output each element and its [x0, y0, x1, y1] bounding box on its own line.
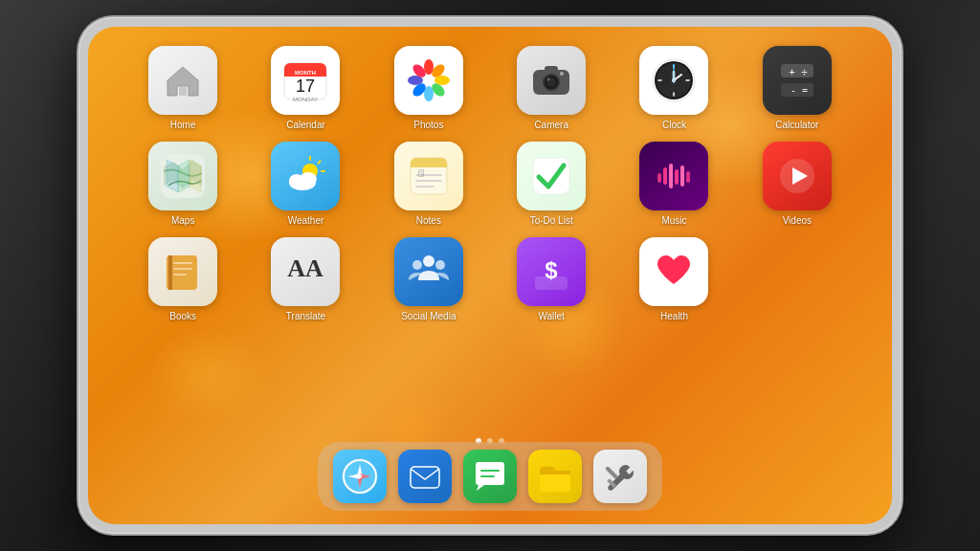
- dock: [318, 442, 662, 511]
- svg-point-73: [412, 260, 422, 270]
- svg-rect-60: [669, 164, 673, 188]
- dock-messages[interactable]: [463, 450, 517, 503]
- svg-rect-17: [545, 66, 558, 73]
- app-music[interactable]: Music: [617, 142, 730, 226]
- app-camera-label: Camera: [534, 120, 568, 130]
- svg-text:MONDAY: MONDAY: [294, 97, 319, 102]
- app-calculator[interactable]: + ÷ - = Calculator: [741, 46, 854, 130]
- app-photos-label: Photos: [413, 120, 443, 130]
- svg-rect-62: [680, 165, 684, 187]
- svg-text:MONTH: MONTH: [295, 70, 316, 76]
- svg-text:17: 17: [296, 77, 315, 96]
- svg-rect-61: [675, 169, 679, 185]
- app-clock[interactable]: Clock: [617, 46, 730, 130]
- app-home[interactable]: Home: [126, 46, 239, 130]
- svg-point-15: [423, 75, 434, 86]
- app-videos-label: Videos: [783, 215, 812, 226]
- app-health-label: Health: [660, 311, 688, 321]
- svg-rect-63: [686, 171, 690, 183]
- svg-point-22: [560, 72, 564, 76]
- app-books-label: Books: [169, 311, 196, 321]
- svg-text:+  ÷: + ÷: [789, 66, 808, 78]
- app-music-label: Music: [661, 215, 686, 226]
- svg-line-43: [319, 162, 321, 164]
- svg-point-46: [300, 172, 317, 186]
- app-translate[interactable]: AA Translate: [249, 237, 362, 321]
- svg-rect-59: [663, 167, 667, 185]
- app-books[interactable]: Books: [126, 237, 239, 321]
- app-clock-label: Clock: [662, 120, 686, 130]
- app-notes[interactable]: Notes: [372, 142, 485, 226]
- svg-point-85: [358, 474, 362, 478]
- app-home-label: Home: [170, 120, 196, 130]
- svg-rect-49: [411, 164, 447, 167]
- app-photos[interactable]: Photos: [372, 46, 485, 130]
- svg-text:AA: AA: [288, 254, 324, 282]
- app-social[interactable]: Social Media: [372, 237, 485, 321]
- svg-rect-67: [168, 255, 172, 290]
- app-wallet-label: Wallet: [538, 311, 564, 321]
- ipad-screen: Home MONTH 17 MONDAY Calendar: [88, 27, 892, 524]
- app-calendar-label: Calendar: [286, 120, 325, 130]
- dock-tools[interactable]: [593, 450, 647, 503]
- app-weather-label: Weather: [288, 215, 324, 226]
- svg-rect-86: [411, 467, 439, 488]
- app-calendar[interactable]: MONTH 17 MONDAY Calendar: [249, 46, 362, 130]
- app-notes-label: Notes: [416, 215, 441, 226]
- svg-point-72: [423, 255, 434, 267]
- app-grid: Home MONTH 17 MONDAY Calendar: [88, 46, 892, 321]
- app-todo-label: To-Do List: [530, 215, 573, 226]
- svg-text:- =: - =: [791, 85, 808, 96]
- ipad-frame: Home MONTH 17 MONDAY Calendar: [78, 17, 902, 534]
- dock-files[interactable]: [528, 450, 582, 503]
- app-calculator-label: Calculator: [775, 120, 818, 130]
- app-todo[interactable]: To-Do List: [495, 142, 608, 226]
- svg-rect-0: [179, 86, 187, 96]
- dock-safari[interactable]: [333, 450, 387, 503]
- app-weather[interactable]: Weather: [249, 142, 362, 226]
- app-wallet[interactable]: $ Wallet: [495, 237, 608, 321]
- svg-rect-58: [657, 173, 661, 183]
- app-maps[interactable]: Maps: [126, 142, 239, 226]
- svg-point-21: [547, 78, 550, 81]
- svg-rect-90: [605, 466, 618, 479]
- app-camera[interactable]: Camera: [495, 46, 608, 130]
- app-translate-label: Translate: [286, 311, 325, 321]
- app-social-label: Social Media: [401, 311, 456, 321]
- app-videos[interactable]: Videos: [741, 142, 854, 226]
- dock-mail[interactable]: [398, 450, 452, 503]
- svg-rect-76: [535, 276, 568, 290]
- svg-point-34: [673, 79, 675, 81]
- svg-point-74: [435, 260, 445, 270]
- app-health[interactable]: Health: [617, 237, 730, 321]
- app-maps-label: Maps: [171, 215, 194, 226]
